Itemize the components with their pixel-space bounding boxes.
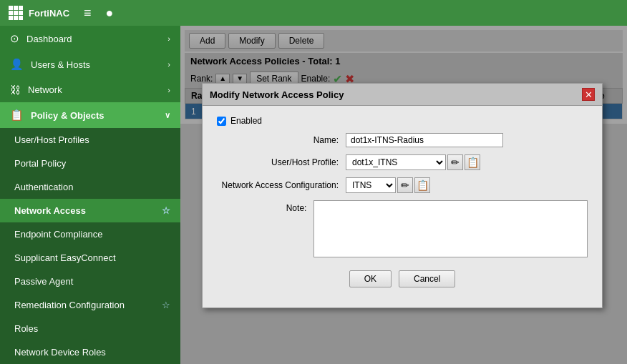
dashboard-icon: ⊙ <box>10 32 19 45</box>
app-title: FortiNAC <box>29 8 69 19</box>
enabled-checkbox-row: Enabled <box>217 116 588 126</box>
sidebar-item-network-device-roles[interactable]: Network Device Roles <box>0 340 180 364</box>
label-roles: Roles <box>14 323 38 334</box>
close-icon: ✕ <box>585 89 593 100</box>
nac-label: Network Access Configuration: <box>217 180 346 190</box>
profile-label: User/Host Profile: <box>217 157 346 167</box>
nac-row: Network Access Configuration: ITNS ✏ 📋 <box>217 177 588 193</box>
chevron-icon: › <box>167 60 170 69</box>
sidebar-label-policy-objects: Policy & Objects <box>31 110 104 121</box>
nac-edit-icon[interactable]: ✏ <box>397 177 413 193</box>
star-icon: ☆ <box>162 205 170 216</box>
content-area: Add Modify Delete Network Access Policie… <box>180 26 627 364</box>
modal-close-button[interactable]: ✕ <box>582 88 595 101</box>
sidebar-label-users-hosts: Users & Hosts <box>31 59 90 70</box>
sidebar-item-policy-objects[interactable]: 📋 Policy & Objects ∨ <box>0 102 180 128</box>
sidebar-label-dashboard: Dashboard <box>26 34 72 44</box>
cancel-button[interactable]: Cancel <box>399 270 455 287</box>
label-passive-agent: Passive Agent <box>14 276 73 287</box>
sidebar-label-network: Network <box>28 84 62 95</box>
label-supplicant-easyconnect: Supplicant EasyConnect <box>14 252 116 263</box>
star-icon-rem: ☆ <box>162 300 170 310</box>
name-label: Name: <box>217 135 346 145</box>
topbar: FortiNAC ≡ ● <box>0 0 627 26</box>
label-authentication: Authentication <box>14 182 73 192</box>
sidebar-item-authentication[interactable]: Authentication <box>0 175 180 199</box>
note-textarea[interactable] <box>314 200 588 257</box>
grid-icon <box>9 6 23 20</box>
sidebar-item-network[interactable]: ⛓ Network › <box>0 77 180 102</box>
modal-title-bar: Modify Network Access Policy ✕ <box>203 84 602 106</box>
chevron-down-icon: ∨ <box>165 111 170 120</box>
label-network-device-roles: Network Device Roles <box>14 347 106 358</box>
name-row: Name: <box>217 133 588 147</box>
policy-icon: 📋 <box>10 109 24 122</box>
sidebar-item-roles[interactable]: Roles <box>0 317 180 340</box>
profile-edit-icon[interactable]: ✏ <box>447 154 463 170</box>
profile-select[interactable]: dot1x_ITNS <box>346 154 446 170</box>
sidebar-item-portal-policy[interactable]: Portal Policy <box>0 152 180 175</box>
note-row: Note: <box>217 200 588 257</box>
label-user-host-profiles: User/Host Profiles <box>14 134 89 145</box>
label-remediation-configuration: Remediation Configuration <box>14 300 125 310</box>
nac-view-icon[interactable]: 📋 <box>414 177 430 193</box>
network-icon: ⛓ <box>10 84 21 96</box>
chevron-icon: › <box>167 34 170 43</box>
enabled-label: Enabled <box>230 116 262 126</box>
chevron-icon: › <box>167 86 170 94</box>
profile-row: User/Host Profile: dot1x_ITNS ✏ 📋 <box>217 154 588 170</box>
name-input[interactable] <box>346 133 503 147</box>
menu-icon[interactable]: ≡ <box>84 6 92 21</box>
sidebar-item-users-hosts[interactable]: 👤 Users & Hosts › <box>0 51 180 77</box>
modal-title: Modify Network Access Policy <box>210 89 344 100</box>
logo: FortiNAC <box>9 6 69 20</box>
sidebar-item-network-access[interactable]: Network Access ☆ <box>0 199 180 222</box>
enabled-checkbox[interactable] <box>217 117 226 126</box>
label-portal-policy: Portal Policy <box>14 158 66 169</box>
sidebar-item-remediation-configuration[interactable]: Remediation Configuration ☆ <box>0 293 180 317</box>
search-icon[interactable]: ● <box>106 6 114 21</box>
main-layout: ⊙ Dashboard › 👤 Users & Hosts › ⛓ Networ… <box>0 26 627 364</box>
sidebar-submenu: User/Host Profiles Portal Policy Authent… <box>0 128 180 364</box>
sidebar-item-passive-agent[interactable]: Passive Agent <box>0 270 180 293</box>
sidebar-item-dashboard[interactable]: ⊙ Dashboard › <box>0 26 180 51</box>
sidebar-item-supplicant-easyconnect[interactable]: Supplicant EasyConnect <box>0 246 180 270</box>
modify-modal: Modify Network Access Policy ✕ Enabled N… <box>202 83 603 308</box>
users-icon: 👤 <box>10 58 24 71</box>
label-endpoint-compliance: Endpoint Compliance <box>14 229 103 240</box>
modal-body: Enabled Name: User/Host Profile: dot1x_I… <box>203 106 602 308</box>
ok-button[interactable]: OK <box>349 270 392 287</box>
modal-overlay: Modify Network Access Policy ✕ Enabled N… <box>180 26 627 364</box>
sidebar-item-endpoint-compliance[interactable]: Endpoint Compliance <box>0 222 180 246</box>
sidebar-item-user-host-profiles[interactable]: User/Host Profiles <box>0 128 180 152</box>
modal-footer: OK Cancel <box>217 265 588 297</box>
nac-select[interactable]: ITNS <box>346 177 396 193</box>
note-label: Note: <box>217 200 314 213</box>
profile-view-icon[interactable]: 📋 <box>465 154 480 170</box>
label-network-access: Network Access <box>14 205 86 216</box>
sidebar: ⊙ Dashboard › 👤 Users & Hosts › ⛓ Networ… <box>0 26 180 364</box>
